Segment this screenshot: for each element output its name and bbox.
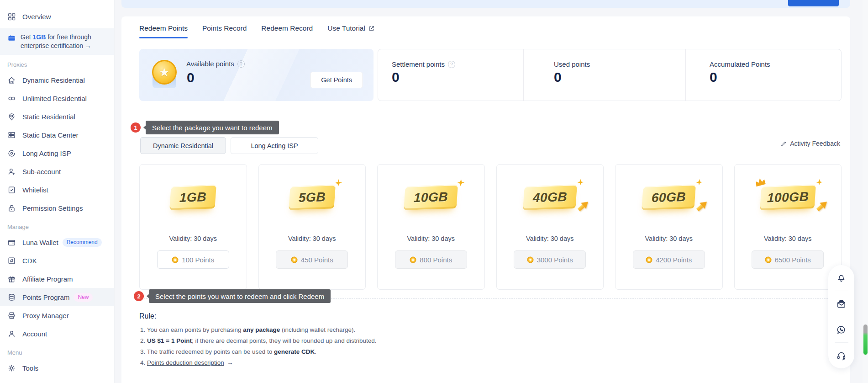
arrow-right-icon: → <box>227 359 233 366</box>
overview-grid-icon <box>7 12 16 21</box>
gift-icon <box>7 275 16 283</box>
package-card-100gb[interactable]: 100GB Validity: 30 days 6500 Points <box>734 164 842 290</box>
redeem-450-points-button[interactable]: 450 Points <box>276 250 348 269</box>
redeem-3000-points-button[interactable]: 3000 Points <box>514 250 586 269</box>
help-icon[interactable]: ? <box>237 60 245 68</box>
sidebar-item-luna-wallet[interactable]: Luna Wallet Recommend <box>0 233 114 251</box>
lock-icon <box>7 204 16 213</box>
coin-icon <box>765 256 772 263</box>
coin-icon <box>646 256 652 263</box>
tab-redeem-points[interactable]: Redeem Points <box>139 18 188 38</box>
sidebar-item-whitelist[interactable]: Whitelist <box>0 181 114 199</box>
redeem-100-points-button[interactable]: 100 Points <box>157 250 229 269</box>
sidebar-item-reseller-program[interactable]: Reseller Program <box>0 377 114 383</box>
rules-list: 1. You can earn points by purchasing any… <box>140 324 376 368</box>
gear-icon <box>7 364 16 372</box>
package-card-1gb[interactable]: 1GB Validity: 30 days 100 Points <box>139 164 247 290</box>
sparkle-icon <box>457 179 465 187</box>
server-icon <box>7 131 16 139</box>
home-icon <box>7 76 16 85</box>
user-icon <box>7 330 16 338</box>
redeem-4200-points-button[interactable]: 4200 Points <box>633 250 705 269</box>
package-card-40gb[interactable]: 40GB Validity: 30 days 3000 Points <box>496 164 604 290</box>
top-promo-banner[interactable] <box>121 0 850 8</box>
support-floating-widget <box>828 265 854 368</box>
sidebar-item-overview[interactable]: Overview <box>0 7 114 26</box>
gold-coin-icon: ★ <box>151 60 178 88</box>
help-icon[interactable]: ? <box>448 61 455 68</box>
rule-item-3: 3. The traffic redeemed by points can be… <box>140 346 376 357</box>
package-size: 1GB <box>179 190 207 205</box>
sidebar-item-cdk[interactable]: CDK <box>0 251 114 270</box>
get-points-button[interactable]: Get Points <box>310 72 363 88</box>
check-square-icon <box>7 186 16 194</box>
sidebar-item-account[interactable]: Account <box>0 324 114 343</box>
map-pin-icon <box>7 112 16 121</box>
customer-support-button[interactable] <box>828 346 854 365</box>
sidebar-item-label: Overview <box>22 13 51 21</box>
used-points-value: 0 <box>554 69 685 85</box>
mail-button[interactable] <box>828 295 854 313</box>
sidebar-item-static-data-center[interactable]: Static Data Center <box>0 126 114 144</box>
scrollbar-thumb[interactable] <box>863 324 868 355</box>
sidebar-item-permission-settings[interactable]: Permission Settings <box>0 199 114 217</box>
tab-bar: Redeem Points Points Record Redeem Recor… <box>139 18 375 38</box>
coin-icon <box>527 256 534 263</box>
coins-icon <box>7 293 16 302</box>
redeem-800-points-button[interactable]: 800 Points <box>395 250 467 269</box>
banner-action-button[interactable] <box>788 0 839 6</box>
promo-highlight: 1GB <box>32 33 46 41</box>
sidebar-promo-banner[interactable]: Get 1GB for free through enterprise cert… <box>0 28 114 55</box>
notification-bell-button[interactable] <box>828 269 854 287</box>
points-stats-card: Settlement points? 0 Used points 0 Accum… <box>378 49 842 101</box>
settlement-points-value: 0 <box>392 69 523 85</box>
sidebar-item-sub-account[interactable]: Sub-account <box>0 162 114 181</box>
package-tab-long-acting-isp[interactable]: Long Acting ISP <box>231 137 318 154</box>
sidebar-item-dynamic-residential[interactable]: Dynamic Residential <box>0 71 114 89</box>
rule-item-2: 2. US $1 = 1 Point; if there are decimal… <box>140 335 376 346</box>
sidebar-item-static-residential[interactable]: Static Residential <box>0 107 114 126</box>
promo-arrow: → <box>85 42 91 49</box>
sparkle-icon <box>577 179 584 186</box>
crown-icon <box>753 176 767 188</box>
available-points-card: ★ Available points ? 0 Get Points <box>139 49 374 101</box>
new-badge: New <box>74 293 93 302</box>
section-divider <box>139 120 832 120</box>
package-card-10gb[interactable]: 10GB Validity: 30 days 800 Points <box>377 164 485 290</box>
package-card-60gb[interactable]: 60GB Validity: 30 days 4200 Points <box>615 164 723 290</box>
rules-title: Rule: <box>139 312 156 320</box>
cdk-icon <box>7 256 16 265</box>
settlement-points-stat: Settlement points? 0 <box>378 49 523 101</box>
stack-icon <box>7 311 16 320</box>
whatsapp-button[interactable] <box>828 320 854 339</box>
available-points-label: Available points <box>186 60 234 68</box>
sidebar-item-affiliate-program[interactable]: Affiliate Program <box>0 270 114 288</box>
pencil-icon <box>780 140 787 147</box>
sidebar-item-points-program[interactable]: Points Program New <box>0 288 114 306</box>
external-link-icon <box>368 25 375 32</box>
sidebar-item-proxy-manager[interactable]: Proxy Manager <box>0 306 114 324</box>
activity-feedback-link[interactable]: Activity Feedback <box>780 140 840 147</box>
tab-redeem-record[interactable]: Redeem Record <box>261 18 313 38</box>
step-2-text: Select the points you want to redeem and… <box>149 289 331 303</box>
step-2-badge: 2 <box>134 291 144 301</box>
user-plus-icon <box>7 167 16 176</box>
scrollbar-track[interactable] <box>863 0 868 383</box>
package-tab-dynamic-residential[interactable]: Dynamic Residential <box>140 137 226 154</box>
sidebar-item-tools[interactable]: Tools <box>0 359 114 377</box>
disc-icon <box>7 149 16 158</box>
divider <box>835 291 848 291</box>
redeem-6500-points-button[interactable]: 6500 Points <box>752 250 824 269</box>
accumulated-points-stat: Accumulated Points 0 <box>685 49 841 101</box>
coin-icon <box>410 256 416 263</box>
sidebar-section-proxies: Proxies <box>0 61 114 68</box>
package-card-5gb[interactable]: 5GB Validity: 30 days 450 Points <box>258 164 366 290</box>
points-deduction-link[interactable]: Points deduction description <box>147 359 224 366</box>
tab-points-record[interactable]: Points Record <box>202 18 247 38</box>
accumulated-points-value: 0 <box>710 69 841 85</box>
wallet-icon <box>7 238 16 247</box>
sidebar-item-long-acting-isp[interactable]: Long Acting ISP <box>0 144 114 162</box>
sidebar-item-unlimited-residential[interactable]: Unlimited Residential <box>0 89 114 107</box>
tab-use-tutorial[interactable]: Use Tutorial <box>327 18 375 38</box>
gold-arrow-icon <box>695 199 710 213</box>
